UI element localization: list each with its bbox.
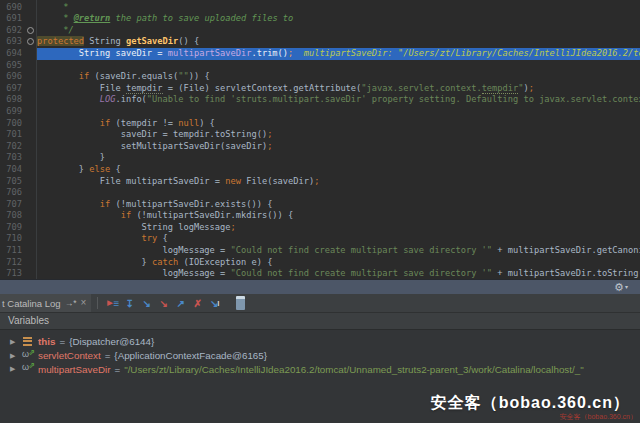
fold-gutter [25,210,37,222]
line-number-gutter[interactable]: 701 [0,129,25,141]
code-text[interactable]: File tempdir = (File) servletContext.get… [37,83,640,95]
code-text[interactable]: logMessage = "Could not find create mult… [37,268,640,279]
line-number-gutter[interactable]: 712 [0,257,25,269]
line-number-gutter[interactable]: 704 [0,164,25,176]
code-line-701[interactable]: 701 saveDir = tempdir.toString(); [0,129,640,141]
code-line-700[interactable]: 700 if (tempdir != null) { [0,118,640,130]
expand-triangle-icon[interactable]: ▶ [10,365,18,373]
fold-gutter [25,257,37,269]
code-text[interactable]: } else { [37,164,640,176]
code-text[interactable]: * @return the path to save uploaded file… [37,13,640,25]
close-tab-icon[interactable]: × [80,298,86,308]
code-text[interactable]: protected String getSaveDir() { [37,36,640,48]
this-icon [23,337,32,346]
line-number-gutter[interactable]: 699 [0,106,25,118]
tab-catalina-log[interactable]: t Catalina Log →* × [0,294,91,312]
expand-triangle-icon[interactable]: ▶ [10,338,18,346]
step-out-icon[interactable]: ↗ [172,295,189,312]
line-number-gutter[interactable]: 713 [0,268,25,279]
line-number-gutter[interactable]: 697 [0,83,25,95]
line-number-gutter[interactable]: 696 [0,71,25,83]
code-text[interactable]: */ [37,25,640,37]
code-line-713[interactable]: 713 logMessage = "Could not find create … [0,268,640,279]
scroll-to-end-icon[interactable]: →* [65,298,77,308]
show-execution-point-icon[interactable]: ▶≡ [104,295,121,312]
fold-gutter [25,25,37,37]
variable-value: {Dispatcher@6144} [69,336,154,347]
code-line-693[interactable]: 693protected String getSaveDir() { [0,36,640,48]
code-line-702[interactable]: 702 setMultipartSaveDir(saveDir); [0,141,640,153]
fold-gutter [25,118,37,130]
code-text[interactable]: * [37,2,640,14]
line-number-gutter[interactable]: 706 [0,187,25,199]
code-line-695[interactable]: 695 [0,60,640,72]
code-text[interactable]: try { [37,233,640,245]
line-number-gutter[interactable]: 698 [0,94,25,106]
code-text[interactable]: } catch (IOException e) { [37,257,640,269]
code-text[interactable]: File multipartSaveDir = new File(saveDir… [37,176,640,188]
code-text[interactable]: LOG.info("Unable to find 'struts.multipa… [37,94,640,106]
line-number-gutter[interactable]: 692 [0,25,25,37]
line-number-gutter[interactable]: 708 [0,210,25,222]
variable-row-servletContext[interactable]: ▶ω⇗servletContext={ApplicationContextFac… [0,349,640,363]
code-line-711[interactable]: 711 logMessage = "Could not find create … [0,245,640,257]
evaluate-expression-icon[interactable] [232,295,249,312]
code-text[interactable]: String logMessage; [37,222,640,234]
code-text[interactable] [37,60,640,72]
line-number-gutter[interactable]: 711 [0,245,25,257]
step-over-icon[interactable]: ↧ [121,295,138,312]
code-line-710[interactable]: 710 try { [0,233,640,245]
code-line-698[interactable]: 698 LOG.info("Unable to find 'struts.mul… [0,94,640,106]
code-text[interactable] [37,187,640,199]
code-line-709[interactable]: 709 String logMessage; [0,222,640,234]
code-text[interactable]: saveDir = tempdir.toString(); [37,129,640,141]
line-number-gutter[interactable]: 710 [0,233,25,245]
line-number-gutter[interactable]: 691 [0,13,25,25]
code-line-690[interactable]: 690 * [0,2,640,14]
code-line-696[interactable]: 696 if (saveDir.equals("")) { [0,71,640,83]
code-text[interactable]: if (saveDir.equals("")) { [37,71,640,83]
line-number-gutter[interactable]: 707 [0,199,25,211]
code-line-694[interactable]: 694 String saveDir = multipartSaveDir.tr… [0,48,640,60]
expand-triangle-icon[interactable]: ▶ [10,352,18,360]
fold-marker-icon[interactable] [27,38,34,45]
code-line-705[interactable]: 705 File multipartSaveDir = new File(sav… [0,176,640,188]
force-step-into-icon[interactable]: ↘ [155,295,172,312]
run-to-cursor-icon[interactable]: ↘I [206,295,223,312]
code-line-691[interactable]: 691 * @return the path to save uploaded … [0,13,640,25]
code-line-706[interactable]: 706 [0,187,640,199]
code-text[interactable]: String saveDir = multipartSaveDir.trim()… [37,48,640,60]
code-text[interactable]: if (tempdir != null) { [37,118,640,130]
code-line-707[interactable]: 707 if (!multipartSaveDir.exists()) { [0,199,640,211]
line-number-gutter[interactable]: 690 [0,2,25,14]
line-number-gutter[interactable]: 693 [0,36,25,48]
line-number-gutter[interactable]: 694 [0,48,25,60]
code-line-708[interactable]: 708 if (!multipartSaveDir.mkdirs()) { [0,210,640,222]
code-line-697[interactable]: 697 File tempdir = (File) servletContext… [0,83,640,95]
drop-frame-icon[interactable]: ✗ [189,295,206,312]
settings-gear-icon[interactable]: ⚙▾ [614,280,628,294]
code-line-692[interactable]: 692 */ [0,25,640,37]
fold-gutter [25,36,37,48]
code-line-704[interactable]: 704 } else { [0,164,640,176]
line-number-gutter[interactable]: 700 [0,118,25,130]
step-into-icon[interactable]: ↘ [138,295,155,312]
code-text[interactable]: logMessage = "Could not find create mult… [37,245,640,257]
code-line-699[interactable]: 699 [0,106,640,118]
variable-row-multipartSaveDir[interactable]: ▶ω⇗multipartSaveDir="/Users/zt/Library/C… [0,363,640,377]
code-text[interactable] [37,106,640,118]
line-number-gutter[interactable]: 703 [0,152,25,164]
code-text[interactable]: setMultipartSaveDir(saveDir); [37,141,640,153]
code-text[interactable]: } [37,152,640,164]
code-text[interactable]: if (!multipartSaveDir.mkdirs()) { [37,210,640,222]
code-text[interactable]: if (!multipartSaveDir.exists()) { [37,199,640,211]
code-line-712[interactable]: 712 } catch (IOException e) { [0,257,640,269]
line-number-gutter[interactable]: 702 [0,141,25,153]
code-line-703[interactable]: 703 } [0,152,640,164]
line-number-gutter[interactable]: 695 [0,60,25,72]
code-editor[interactable]: 689 * a multipart request is received an… [0,0,640,279]
line-number-gutter[interactable]: 705 [0,176,25,188]
fold-marker-icon[interactable] [27,27,34,34]
line-number-gutter[interactable]: 709 [0,222,25,234]
variable-row-this[interactable]: ▶this={Dispatcher@6144} [0,335,640,349]
